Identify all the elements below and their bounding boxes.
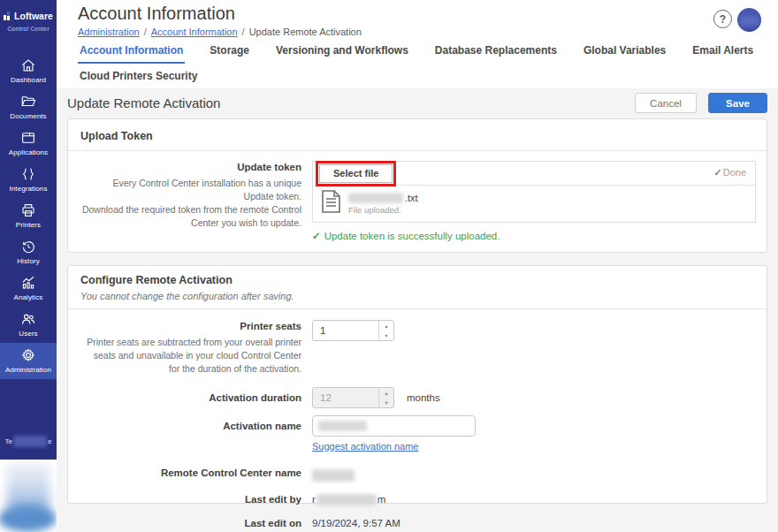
app-window: Loftware Control Center Dashboard Docume…: [0, 0, 778, 532]
last-edit-on-row: Last edit on 9/19/2024, 9:57 AM: [68, 517, 767, 530]
printer-seats-help: Printer seats are subtracted from your o…: [80, 336, 301, 376]
file-extension: .txt: [405, 193, 418, 203]
user-avatar[interactable]: [737, 8, 761, 32]
loftware-logo: Loftware Control Center: [0, 0, 57, 32]
sidebar-item-history[interactable]: History: [0, 234, 57, 270]
tab-email-alerts[interactable]: Email Alerts: [690, 44, 755, 64]
printer-seats-stepper: ▲ ▼: [312, 320, 394, 341]
section-title: Update Remote Activation: [67, 95, 220, 110]
configure-card-title: Configure Remote Activation: [80, 274, 754, 286]
remote-cc-name-row: Remote Control Center name: [68, 467, 767, 483]
tab-account-information[interactable]: Account Information: [78, 44, 185, 64]
braces-icon: [20, 166, 36, 182]
file-icon: [322, 190, 340, 217]
breadcrumb-account-information[interactable]: Account Information: [151, 27, 238, 37]
duration-unit-label: months: [407, 387, 440, 408]
configure-card-subtitle: You cannot change the configuration afte…: [80, 291, 754, 301]
update-token-label: Update token: [80, 161, 301, 173]
breadcrumb: Administration / Account Information / U…: [78, 27, 362, 37]
done-status: ✓Done: [713, 167, 746, 179]
help-icon[interactable]: ?: [713, 10, 732, 28]
blurred-logo-area: [0, 460, 57, 532]
printer-seats-row: Printer seats Printer seats are subtract…: [68, 320, 767, 376]
printer-seats-label: Printer seats: [80, 320, 301, 332]
tab-cloud-printers-security[interactable]: Cloud Printers Security: [78, 70, 199, 87]
page-title: Account Information: [78, 4, 235, 24]
spinner-up-icon[interactable]: ▲: [379, 321, 393, 331]
last-edit-by-row: Last edit by rm: [68, 493, 767, 506]
breadcrumb-current: Update Remote Activation: [249, 27, 362, 37]
blurred-logo-bottom: [0, 505, 57, 532]
tenant-name: Te e: [0, 436, 57, 447]
sidebar-item-users[interactable]: Users: [0, 307, 57, 343]
cancel-button[interactable]: Cancel: [635, 93, 697, 113]
sidebar-item-dashboard[interactable]: Dashboard: [0, 53, 57, 89]
activation-name-input[interactable]: [312, 415, 476, 437]
sidebar-item-analytics[interactable]: Analytics: [0, 270, 57, 307]
home-icon: [20, 57, 36, 73]
gear-icon: [20, 347, 36, 363]
last-edit-by-value: rm: [312, 493, 385, 506]
suggest-activation-name-link[interactable]: Suggest activation name: [312, 441, 418, 452]
logo-subtitle: Control Center: [0, 26, 57, 32]
avatar-redacted: [739, 16, 760, 27]
upload-token-title: Upload Token: [80, 130, 153, 142]
sidebar-item-integrations[interactable]: Integrations: [0, 162, 57, 198]
select-file-button[interactable]: Select file: [319, 164, 393, 183]
upload-token-card: Upload Token Update token Every Control …: [67, 118, 767, 253]
folder-icon: [20, 94, 36, 110]
configure-activation-card: Configure Remote Activation You cannot c…: [67, 265, 767, 504]
file-name-redacted: [348, 193, 403, 203]
activation-duration-stepper: ▲ ▼: [312, 387, 394, 408]
uploaded-file-item: .txt File uploaded.: [313, 186, 755, 222]
sidebar-item-administration[interactable]: Administration: [0, 343, 57, 379]
history-icon: [20, 239, 36, 255]
page-header: Account Information Administration / Acc…: [57, 0, 778, 88]
update-token-description-1: Every Control Center installation has a …: [80, 177, 301, 203]
activation-duration-label: Activation duration: [80, 387, 301, 408]
tab-global-variables[interactable]: Global Variables: [582, 44, 667, 64]
last-edit-on-value: 9/19/2024, 9:57 AM: [312, 517, 400, 530]
remote-cc-name-label: Remote Control Center name: [80, 467, 301, 479]
printer-seats-input[interactable]: [313, 321, 378, 340]
tab-bar: Account Information Storage Versioning a…: [78, 44, 767, 87]
file-dropzone: Select file ✓Done: [312, 161, 756, 223]
sidebar-item-documents[interactable]: Documents: [0, 89, 57, 125]
loftware-logo-icon: [4, 8, 11, 24]
remote-cc-name-redacted: [312, 469, 355, 482]
breadcrumb-administration[interactable]: Administration: [78, 27, 140, 37]
tab-database-replacements[interactable]: Database Replacements: [433, 44, 559, 64]
last-edit-by-label: Last edit by: [80, 493, 301, 505]
users-icon: [20, 311, 36, 327]
save-button[interactable]: Save: [708, 93, 767, 113]
printer-icon: [20, 202, 36, 218]
page-actions: Update Remote Activation Cancel Save: [57, 88, 778, 118]
last-edit-on-label: Last edit on: [80, 517, 301, 529]
activation-duration-input: [313, 388, 378, 407]
sidebar: Loftware Control Center Dashboard Docume…: [0, 0, 57, 460]
check-icon: ✓: [713, 167, 721, 178]
tab-storage[interactable]: Storage: [208, 44, 251, 64]
last-edit-by-redacted: [317, 494, 377, 505]
main-content: Update Remote Activation Cancel Save Upl…: [57, 88, 778, 532]
activation-name-redacted: [318, 421, 367, 431]
activation-name-row: Activation name Suggest activation name: [68, 415, 767, 453]
sidebar-item-printers[interactable]: Printers: [0, 198, 57, 234]
upload-token-card-header: Upload Token: [68, 119, 767, 151]
upload-success-message: ✓Update token is successfully uploaded.: [312, 230, 756, 242]
activation-name-label: Activation name: [80, 415, 301, 437]
breadcrumb-separator: /: [144, 27, 147, 37]
check-icon: ✓: [312, 231, 321, 241]
analytics-icon: [20, 275, 36, 291]
sidebar-item-applications[interactable]: Applications: [0, 125, 57, 162]
update-token-description-2: Download the required token from the rem…: [80, 203, 301, 230]
activation-duration-row: Activation duration ▲ ▼ months: [68, 387, 767, 408]
spinner-up-icon: ▲: [379, 388, 393, 398]
tenant-name-redacted: [13, 436, 47, 447]
spinner-down-icon[interactable]: ▼: [379, 331, 393, 340]
logo-title: Loftware: [14, 11, 53, 21]
file-upload-status: File uploaded.: [348, 205, 418, 215]
breadcrumb-separator: /: [242, 27, 245, 37]
spinner-down-icon: ▼: [379, 398, 393, 407]
tab-versioning-and-workflows[interactable]: Versioning and Workflows: [274, 44, 410, 64]
